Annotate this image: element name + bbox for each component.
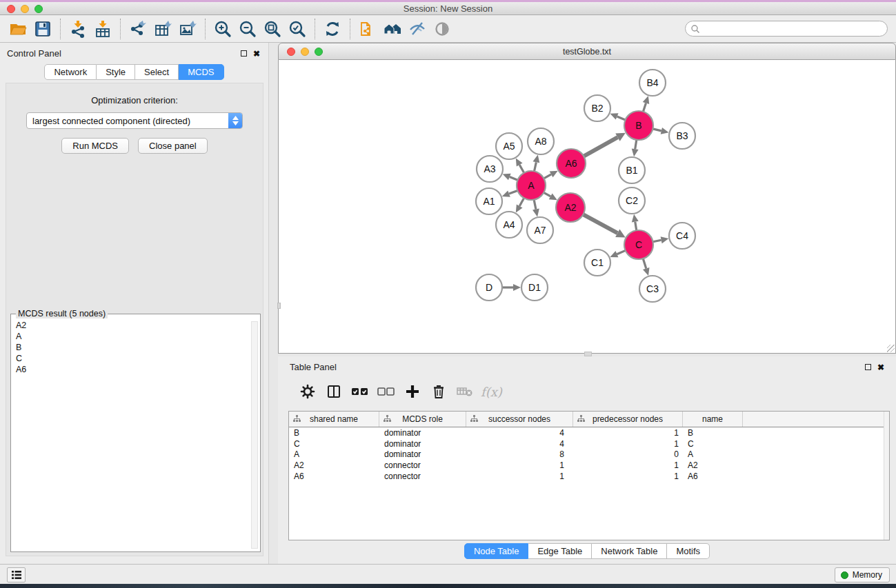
- tab-network[interactable]: Network: [44, 64, 97, 80]
- graph-edge-A-A4[interactable]: [519, 198, 524, 206]
- tab-select[interactable]: Select: [135, 64, 179, 80]
- cell-predecessor: 1: [573, 472, 683, 481]
- import-table-icon[interactable]: [90, 17, 115, 41]
- close-panel-icon[interactable]: ✖: [253, 50, 260, 57]
- close-table-panel-icon[interactable]: ✖: [877, 364, 884, 371]
- save-session-icon[interactable]: [30, 17, 55, 41]
- hide-selected-icon[interactable]: [405, 17, 430, 41]
- cell-mcds_role: dominator: [379, 428, 466, 438]
- column-header-MCDS-role[interactable]: MCDS role: [379, 412, 466, 427]
- tab-style[interactable]: Style: [97, 64, 135, 80]
- float-panel-icon[interactable]: [241, 50, 247, 57]
- graph-edge-C-C1[interactable]: [617, 250, 625, 254]
- graph-edge-A-A8[interactable]: [534, 162, 536, 171]
- export-table-icon[interactable]: [150, 17, 175, 41]
- result-item[interactable]: B: [16, 342, 255, 353]
- graph-edge-B-B4[interactable]: [643, 103, 646, 112]
- graph-edge-C-C4[interactable]: [653, 240, 661, 241]
- zoom-fit-icon[interactable]: [260, 17, 285, 41]
- zoom-selected-icon[interactable]: [285, 17, 310, 41]
- column-header-predecessor-nodes[interactable]: predecessor nodes: [573, 412, 683, 427]
- home-layout-icon[interactable]: [380, 17, 405, 41]
- column-header-shared-name[interactable]: shared name: [289, 412, 379, 427]
- deselect-all-checkboxes-icon[interactable]: [373, 381, 399, 403]
- graph-edge-A-A2[interactable]: [544, 192, 550, 196]
- table-row[interactable]: A2connector11A2: [289, 460, 889, 471]
- network-zoom-button[interactable]: [315, 48, 323, 56]
- search-field[interactable]: [685, 21, 888, 37]
- show-column-icon[interactable]: [321, 381, 347, 403]
- tab-edge-table[interactable]: Edge Table: [528, 543, 592, 559]
- export-network-icon[interactable]: [126, 17, 150, 41]
- tab-motifs[interactable]: Motifs: [667, 543, 710, 559]
- tab-mcds[interactable]: MCDS: [179, 64, 223, 80]
- delete-table-icon[interactable]: [452, 381, 478, 403]
- export-image-icon[interactable]: [175, 17, 200, 41]
- cell-name: C: [683, 439, 743, 449]
- network-window-titlebar[interactable]: testGlobe.txt: [278, 43, 896, 60]
- result-item[interactable]: A2: [16, 320, 255, 331]
- table-row[interactable]: Adominator80A: [289, 449, 889, 460]
- graph-edge-C-C2[interactable]: [635, 222, 637, 231]
- graph-edge-C-C3[interactable]: [643, 258, 646, 268]
- window-resize-handle[interactable]: [887, 345, 895, 352]
- run-mcds-button[interactable]: Run MCDS: [61, 138, 129, 154]
- result-scrollbar[interactable]: [251, 321, 258, 549]
- delete-column-icon[interactable]: [426, 381, 452, 403]
- column-header-successor-nodes[interactable]: successor nodes: [466, 412, 573, 427]
- zoom-window-button[interactable]: [34, 5, 43, 13]
- cell-successor: 4: [466, 439, 573, 449]
- network-canvas[interactable]: B4B2BB3A5A8A6A3B1AA1C2A2A4A7C4CC1DD1C3: [278, 60, 896, 354]
- cell-mcds_role: connector: [379, 460, 466, 470]
- table-row[interactable]: Cdominator41C: [289, 438, 889, 449]
- graph-edge-A-A6[interactable]: [544, 174, 551, 179]
- network-minimize-button[interactable]: [301, 48, 309, 56]
- graph-edge-A2-C[interactable]: [583, 214, 617, 233]
- table-row[interactable]: A6connector11A6: [289, 471, 889, 482]
- graph-edge-B-B1[interactable]: [635, 140, 637, 150]
- graph-edge-A6-B[interactable]: [584, 137, 617, 156]
- minimize-window-button[interactable]: [21, 5, 29, 13]
- open-session-icon[interactable]: [355, 17, 380, 41]
- result-item[interactable]: C: [16, 353, 255, 364]
- tab-network-table[interactable]: Network Table: [592, 543, 667, 559]
- float-table-panel-icon[interactable]: [865, 364, 871, 370]
- graph-edge-B-B3[interactable]: [653, 129, 661, 131]
- function-builder-icon[interactable]: f(x): [481, 385, 502, 399]
- cell-name: A6: [683, 472, 743, 481]
- tab-node-table[interactable]: Node Table: [464, 543, 529, 559]
- show-hidden-icon[interactable]: [430, 17, 455, 41]
- optimization-criterion-select[interactable]: largest connected component (directed): [26, 112, 243, 129]
- table-body: Bdominator41BCdominator41CAdominator80AA…: [289, 427, 889, 482]
- close-panel-button[interactable]: Close panel: [138, 138, 208, 154]
- result-item[interactable]: A: [16, 331, 255, 342]
- task-history-button[interactable]: [7, 567, 26, 582]
- network-view-window: testGlobe.txt B4B2BB3A5A8A6A3B1AA1C2A2A4…: [278, 43, 896, 354]
- zoom-in-icon[interactable]: [210, 17, 235, 41]
- add-column-icon[interactable]: [399, 381, 426, 403]
- select-all-checkboxes-icon[interactable]: [347, 381, 373, 403]
- table-scrollbar[interactable]: [884, 412, 889, 540]
- toolbar-separator: [120, 19, 121, 39]
- search-input[interactable]: [700, 23, 887, 35]
- settings-gear-icon[interactable]: [295, 381, 321, 403]
- graph-edge-A-A1[interactable]: [509, 190, 517, 194]
- main-toolbar: [0, 15, 896, 43]
- import-network-icon[interactable]: [66, 17, 90, 41]
- canvas-left-handle[interactable]: [277, 303, 281, 309]
- open-file-icon[interactable]: [6, 17, 30, 41]
- zoom-out-icon[interactable]: [235, 17, 260, 41]
- graph-edge-A-A3[interactable]: [510, 177, 518, 181]
- graph-edge-A-A7[interactable]: [534, 200, 536, 210]
- close-window-button[interactable]: [7, 5, 15, 13]
- result-item[interactable]: A6: [16, 364, 255, 375]
- memory-button[interactable]: Memory: [835, 567, 890, 582]
- column-header-name[interactable]: name: [683, 412, 743, 427]
- network-close-button[interactable]: [287, 48, 295, 56]
- refresh-icon[interactable]: [320, 17, 345, 41]
- graph-edge-A-A5[interactable]: [519, 165, 524, 173]
- divider-grip[interactable]: [584, 352, 592, 356]
- graph-edge-B-B2[interactable]: [617, 116, 626, 120]
- column-header-label: shared name: [310, 414, 358, 424]
- table-row[interactable]: Bdominator41B: [289, 427, 889, 438]
